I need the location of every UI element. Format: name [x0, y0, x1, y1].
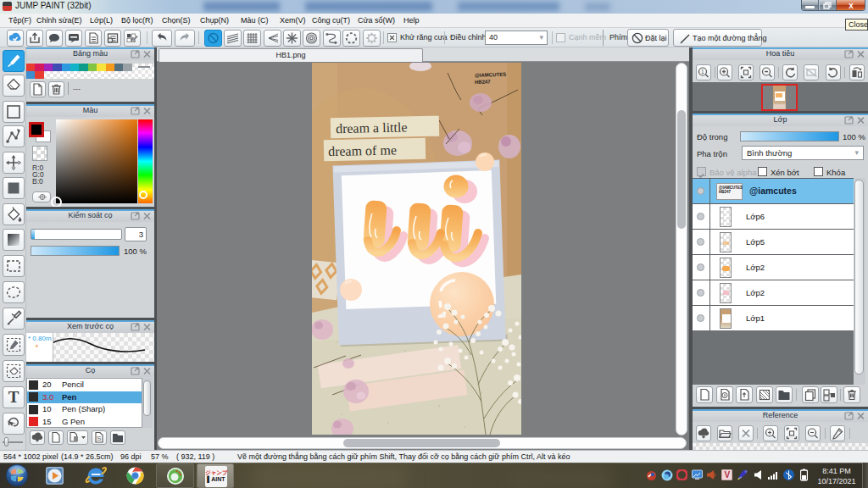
svg-text:HB247: HB247	[475, 79, 492, 85]
svg-text:dream a little: dream a little	[336, 119, 408, 136]
svg-text:S: S	[97, 435, 101, 442]
svg-text:1: 1	[701, 69, 704, 75]
svg-text:dream of me: dream of me	[328, 142, 397, 158]
